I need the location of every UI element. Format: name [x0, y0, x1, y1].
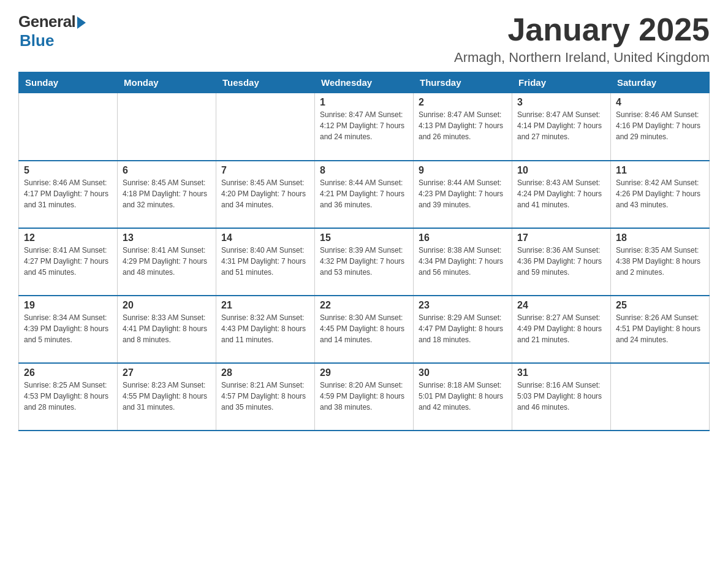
calendar-cell: 9Sunrise: 8:44 AM Sunset: 4:23 PM Daylig… [414, 161, 512, 228]
day-number: 22 [320, 300, 408, 311]
calendar-header-day: Monday [118, 72, 216, 93]
calendar-cell: 3Sunrise: 8:47 AM Sunset: 4:14 PM Daylig… [512, 93, 611, 161]
calendar-week-row: 12Sunrise: 8:41 AM Sunset: 4:27 PM Dayli… [19, 228, 710, 296]
day-info-text: Sunrise: 8:44 AM Sunset: 4:21 PM Dayligh… [320, 177, 408, 210]
calendar-cell [611, 363, 710, 431]
day-info-text: Sunrise: 8:23 AM Sunset: 4:55 PM Dayligh… [123, 380, 211, 413]
day-info-text: Sunrise: 8:46 AM Sunset: 4:17 PM Dayligh… [24, 177, 112, 210]
calendar-header-row: SundayMondayTuesdayWednesdayThursdayFrid… [19, 72, 710, 93]
calendar-cell: 1Sunrise: 8:47 AM Sunset: 4:12 PM Daylig… [315, 93, 414, 161]
calendar-cell: 17Sunrise: 8:36 AM Sunset: 4:36 PM Dayli… [512, 228, 611, 296]
calendar-cell: 23Sunrise: 8:29 AM Sunset: 4:47 PM Dayli… [414, 296, 512, 363]
calendar-cell: 27Sunrise: 8:23 AM Sunset: 4:55 PM Dayli… [118, 363, 216, 431]
calendar-cell: 18Sunrise: 8:35 AM Sunset: 4:38 PM Dayli… [611, 228, 710, 296]
calendar-cell: 24Sunrise: 8:27 AM Sunset: 4:49 PM Dayli… [512, 296, 611, 363]
calendar-cell: 11Sunrise: 8:42 AM Sunset: 4:26 PM Dayli… [611, 161, 710, 228]
calendar-header-day: Friday [512, 72, 611, 93]
day-info-text: Sunrise: 8:47 AM Sunset: 4:12 PM Dayligh… [320, 109, 408, 142]
day-number: 18 [616, 232, 704, 243]
logo-general-text: General [18, 12, 75, 31]
day-number: 17 [517, 232, 605, 243]
day-number: 24 [517, 300, 605, 311]
calendar-week-row: 5Sunrise: 8:46 AM Sunset: 4:17 PM Daylig… [19, 161, 710, 228]
day-number: 11 [616, 165, 704, 176]
day-info-text: Sunrise: 8:38 AM Sunset: 4:34 PM Dayligh… [419, 245, 507, 278]
calendar-header-day: Sunday [19, 72, 118, 93]
calendar-cell: 19Sunrise: 8:34 AM Sunset: 4:39 PM Dayli… [19, 296, 118, 363]
day-number: 12 [24, 232, 112, 243]
day-info-text: Sunrise: 8:21 AM Sunset: 4:57 PM Dayligh… [221, 380, 309, 413]
day-info-text: Sunrise: 8:27 AM Sunset: 4:49 PM Dayligh… [517, 312, 605, 345]
calendar-cell: 7Sunrise: 8:45 AM Sunset: 4:20 PM Daylig… [216, 161, 315, 228]
calendar-cell: 30Sunrise: 8:18 AM Sunset: 5:01 PM Dayli… [414, 363, 512, 431]
day-info-text: Sunrise: 8:32 AM Sunset: 4:43 PM Dayligh… [221, 312, 309, 345]
day-number: 6 [123, 165, 211, 176]
day-number: 9 [419, 165, 507, 176]
calendar-cell [19, 93, 118, 161]
calendar-week-row: 26Sunrise: 8:25 AM Sunset: 4:53 PM Dayli… [19, 363, 710, 431]
logo-blue-text: Blue [20, 31, 54, 50]
calendar-cell: 6Sunrise: 8:45 AM Sunset: 4:18 PM Daylig… [118, 161, 216, 228]
calendar-cell: 16Sunrise: 8:38 AM Sunset: 4:34 PM Dayli… [414, 228, 512, 296]
calendar-cell: 31Sunrise: 8:16 AM Sunset: 5:03 PM Dayli… [512, 363, 611, 431]
calendar-cell: 26Sunrise: 8:25 AM Sunset: 4:53 PM Dayli… [19, 363, 118, 431]
day-info-text: Sunrise: 8:20 AM Sunset: 4:59 PM Dayligh… [320, 380, 408, 413]
day-number: 26 [24, 367, 112, 378]
day-number: 3 [517, 97, 605, 108]
month-title: January 2025 [454, 12, 710, 47]
day-number: 10 [517, 165, 605, 176]
day-number: 23 [419, 300, 507, 311]
calendar-cell: 8Sunrise: 8:44 AM Sunset: 4:21 PM Daylig… [315, 161, 414, 228]
day-info-text: Sunrise: 8:41 AM Sunset: 4:27 PM Dayligh… [24, 245, 112, 278]
day-info-text: Sunrise: 8:36 AM Sunset: 4:36 PM Dayligh… [517, 245, 605, 278]
day-number: 31 [517, 367, 605, 378]
day-info-text: Sunrise: 8:44 AM Sunset: 4:23 PM Dayligh… [419, 177, 507, 210]
location-subtitle: Armagh, Northern Ireland, United Kingdom [454, 50, 710, 66]
calendar-cell [216, 93, 315, 161]
day-info-text: Sunrise: 8:42 AM Sunset: 4:26 PM Dayligh… [616, 177, 704, 210]
day-info-text: Sunrise: 8:45 AM Sunset: 4:20 PM Dayligh… [221, 177, 309, 210]
title-section: January 2025 Armagh, Northern Ireland, U… [454, 12, 710, 66]
day-number: 15 [320, 232, 408, 243]
day-info-text: Sunrise: 8:16 AM Sunset: 5:03 PM Dayligh… [517, 380, 605, 413]
calendar-cell: 29Sunrise: 8:20 AM Sunset: 4:59 PM Dayli… [315, 363, 414, 431]
day-number: 8 [320, 165, 408, 176]
day-number: 28 [221, 367, 309, 378]
day-number: 2 [419, 97, 507, 108]
calendar-cell: 5Sunrise: 8:46 AM Sunset: 4:17 PM Daylig… [19, 161, 118, 228]
calendar-header-day: Saturday [611, 72, 710, 93]
calendar-cell: 25Sunrise: 8:26 AM Sunset: 4:51 PM Dayli… [611, 296, 710, 363]
day-info-text: Sunrise: 8:46 AM Sunset: 4:16 PM Dayligh… [616, 109, 704, 142]
logo: General Blue [18, 12, 86, 50]
day-info-text: Sunrise: 8:47 AM Sunset: 4:14 PM Dayligh… [517, 109, 605, 142]
day-number: 25 [616, 300, 704, 311]
day-number: 13 [123, 232, 211, 243]
day-number: 7 [221, 165, 309, 176]
day-number: 27 [123, 367, 211, 378]
day-info-text: Sunrise: 8:34 AM Sunset: 4:39 PM Dayligh… [24, 312, 112, 345]
day-number: 29 [320, 367, 408, 378]
day-number: 21 [221, 300, 309, 311]
day-number: 16 [419, 232, 507, 243]
calendar-header-day: Wednesday [315, 72, 414, 93]
calendar-cell: 22Sunrise: 8:30 AM Sunset: 4:45 PM Dayli… [315, 296, 414, 363]
calendar-week-row: 1Sunrise: 8:47 AM Sunset: 4:12 PM Daylig… [19, 93, 710, 161]
day-info-text: Sunrise: 8:18 AM Sunset: 5:01 PM Dayligh… [419, 380, 507, 413]
calendar-cell: 14Sunrise: 8:40 AM Sunset: 4:31 PM Dayli… [216, 228, 315, 296]
calendar-cell: 10Sunrise: 8:43 AM Sunset: 4:24 PM Dayli… [512, 161, 611, 228]
day-number: 30 [419, 367, 507, 378]
calendar-cell: 2Sunrise: 8:47 AM Sunset: 4:13 PM Daylig… [414, 93, 512, 161]
day-number: 1 [320, 97, 408, 108]
day-number: 20 [123, 300, 211, 311]
day-info-text: Sunrise: 8:25 AM Sunset: 4:53 PM Dayligh… [24, 380, 112, 413]
day-info-text: Sunrise: 8:45 AM Sunset: 4:18 PM Dayligh… [123, 177, 211, 210]
day-info-text: Sunrise: 8:29 AM Sunset: 4:47 PM Dayligh… [419, 312, 507, 345]
day-number: 14 [221, 232, 309, 243]
day-info-text: Sunrise: 8:43 AM Sunset: 4:24 PM Dayligh… [517, 177, 605, 210]
logo-arrow-icon [77, 17, 86, 29]
day-info-text: Sunrise: 8:33 AM Sunset: 4:41 PM Dayligh… [123, 312, 211, 345]
calendar-week-row: 19Sunrise: 8:34 AM Sunset: 4:39 PM Dayli… [19, 296, 710, 363]
day-info-text: Sunrise: 8:40 AM Sunset: 4:31 PM Dayligh… [221, 245, 309, 278]
day-info-text: Sunrise: 8:41 AM Sunset: 4:29 PM Dayligh… [123, 245, 211, 278]
calendar-cell: 28Sunrise: 8:21 AM Sunset: 4:57 PM Dayli… [216, 363, 315, 431]
